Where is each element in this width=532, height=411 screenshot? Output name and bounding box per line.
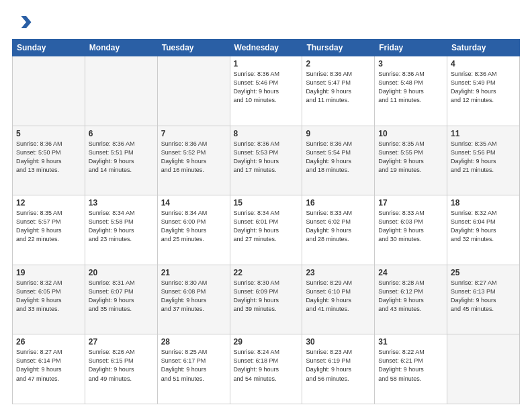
calendar-cell [85,56,157,126]
calendar-cell: 22Sunrise: 8:30 AM Sunset: 6:09 PM Dayli… [230,265,302,334]
day-info: Sunrise: 8:32 AM Sunset: 6:04 PM Dayligh… [451,209,516,244]
calendar-cell: 2Sunrise: 8:36 AM Sunset: 5:47 PM Daylig… [302,56,375,126]
header [12,12,520,32]
calendar-cell: 6Sunrise: 8:36 AM Sunset: 5:51 PM Daylig… [85,126,157,195]
day-info: Sunrise: 8:31 AM Sunset: 6:07 PM Dayligh… [89,279,154,314]
day-number: 4 [451,59,516,68]
calendar-cell: 23Sunrise: 8:29 AM Sunset: 6:10 PM Dayli… [302,265,375,334]
day-number: 7 [161,129,226,138]
calendar-cell: 20Sunrise: 8:31 AM Sunset: 6:07 PM Dayli… [85,265,157,334]
day-info: Sunrise: 8:35 AM Sunset: 5:57 PM Dayligh… [16,209,81,244]
day-number: 10 [378,129,443,138]
logo [12,12,35,32]
day-info: Sunrise: 8:32 AM Sunset: 6:05 PM Dayligh… [16,279,81,314]
day-info: Sunrise: 8:36 AM Sunset: 5:48 PM Dayligh… [378,70,443,105]
calendar-cell: 1Sunrise: 8:36 AM Sunset: 5:46 PM Daylig… [230,56,302,126]
day-number: 5 [16,129,81,138]
day-info: Sunrise: 8:26 AM Sunset: 6:15 PM Dayligh… [89,348,154,383]
day-info: Sunrise: 8:25 AM Sunset: 6:17 PM Dayligh… [161,348,226,383]
day-info: Sunrise: 8:36 AM Sunset: 5:47 PM Dayligh… [306,70,371,105]
day-number: 3 [378,59,443,68]
calendar-cell: 3Sunrise: 8:36 AM Sunset: 5:48 PM Daylig… [375,56,447,126]
day-info: Sunrise: 8:22 AM Sunset: 6:21 PM Dayligh… [378,348,443,383]
svg-marker-0 [21,16,32,28]
calendar-cell: 4Sunrise: 8:36 AM Sunset: 5:49 PM Daylig… [447,56,520,126]
day-info: Sunrise: 8:33 AM Sunset: 6:03 PM Dayligh… [378,209,443,244]
calendar-cell: 14Sunrise: 8:34 AM Sunset: 6:00 PM Dayli… [157,195,230,265]
day-number: 8 [234,129,299,138]
weekday-header: Wednesday [230,40,302,56]
day-number: 18 [451,198,516,208]
day-info: Sunrise: 8:35 AM Sunset: 5:56 PM Dayligh… [451,140,516,175]
day-number: 1 [234,59,299,68]
weekday-header: Tuesday [157,40,230,56]
day-info: Sunrise: 8:34 AM Sunset: 5:58 PM Dayligh… [89,209,154,244]
day-info: Sunrise: 8:27 AM Sunset: 6:14 PM Dayligh… [16,348,81,383]
day-number: 20 [89,268,154,277]
day-info: Sunrise: 8:24 AM Sunset: 6:18 PM Dayligh… [234,348,299,383]
day-number: 12 [16,198,81,208]
calendar-cell: 5Sunrise: 8:36 AM Sunset: 5:50 PM Daylig… [13,126,85,195]
day-number: 6 [89,129,154,138]
day-info: Sunrise: 8:28 AM Sunset: 6:12 PM Dayligh… [378,279,443,314]
day-info: Sunrise: 8:29 AM Sunset: 6:10 PM Dayligh… [306,279,371,314]
page: SundayMondayTuesdayWednesdayThursdayFrid… [0,0,532,411]
calendar-cell: 27Sunrise: 8:26 AM Sunset: 6:15 PM Dayli… [85,334,157,404]
calendar-cell: 13Sunrise: 8:34 AM Sunset: 5:58 PM Dayli… [85,195,157,265]
day-number: 23 [306,268,371,277]
calendar-cell: 18Sunrise: 8:32 AM Sunset: 6:04 PM Dayli… [447,195,520,265]
calendar-cell: 11Sunrise: 8:35 AM Sunset: 5:56 PM Dayli… [447,126,520,195]
day-number: 19 [16,268,81,277]
calendar-cell: 7Sunrise: 8:36 AM Sunset: 5:52 PM Daylig… [157,126,230,195]
calendar-cell: 24Sunrise: 8:28 AM Sunset: 6:12 PM Dayli… [375,265,447,334]
day-info: Sunrise: 8:36 AM Sunset: 5:46 PM Dayligh… [234,70,299,105]
day-info: Sunrise: 8:34 AM Sunset: 6:00 PM Dayligh… [161,209,226,244]
calendar-cell: 30Sunrise: 8:23 AM Sunset: 6:19 PM Dayli… [302,334,375,404]
calendar-cell: 9Sunrise: 8:36 AM Sunset: 5:54 PM Daylig… [302,126,375,195]
calendar-cell: 12Sunrise: 8:35 AM Sunset: 5:57 PM Dayli… [13,195,85,265]
day-info: Sunrise: 8:27 AM Sunset: 6:13 PM Dayligh… [451,279,516,314]
calendar-table: SundayMondayTuesdayWednesdayThursdayFrid… [12,39,520,404]
day-info: Sunrise: 8:35 AM Sunset: 5:55 PM Dayligh… [378,140,443,175]
day-number: 13 [89,198,154,208]
day-info: Sunrise: 8:30 AM Sunset: 6:08 PM Dayligh… [161,279,226,314]
day-number: 15 [234,198,299,208]
calendar-cell: 26Sunrise: 8:27 AM Sunset: 6:14 PM Dayli… [13,334,85,404]
day-number: 22 [234,268,299,277]
day-number: 25 [451,268,516,277]
day-info: Sunrise: 8:34 AM Sunset: 6:01 PM Dayligh… [234,209,299,244]
logo-icon [12,12,32,32]
day-info: Sunrise: 8:30 AM Sunset: 6:09 PM Dayligh… [234,279,299,314]
weekday-header: Friday [375,40,447,56]
day-number: 2 [306,59,371,68]
calendar-cell: 15Sunrise: 8:34 AM Sunset: 6:01 PM Dayli… [230,195,302,265]
day-number: 11 [451,129,516,138]
day-number: 14 [161,198,226,208]
day-number: 21 [161,268,226,277]
calendar-cell: 17Sunrise: 8:33 AM Sunset: 6:03 PM Dayli… [375,195,447,265]
day-info: Sunrise: 8:33 AM Sunset: 6:02 PM Dayligh… [306,209,371,244]
day-number: 28 [161,337,226,347]
day-number: 9 [306,129,371,138]
calendar-cell [447,334,520,404]
calendar-cell: 29Sunrise: 8:24 AM Sunset: 6:18 PM Dayli… [230,334,302,404]
day-number: 27 [89,337,154,347]
calendar-cell: 28Sunrise: 8:25 AM Sunset: 6:17 PM Dayli… [157,334,230,404]
calendar-cell: 31Sunrise: 8:22 AM Sunset: 6:21 PM Dayli… [375,334,447,404]
calendar-cell [13,56,85,126]
day-info: Sunrise: 8:36 AM Sunset: 5:52 PM Dayligh… [161,140,226,175]
day-number: 26 [16,337,81,347]
weekday-header: Monday [85,40,157,56]
day-number: 16 [306,198,371,208]
calendar-cell: 21Sunrise: 8:30 AM Sunset: 6:08 PM Dayli… [157,265,230,334]
day-info: Sunrise: 8:36 AM Sunset: 5:53 PM Dayligh… [234,140,299,175]
weekday-header: Sunday [13,40,85,56]
calendar-cell: 8Sunrise: 8:36 AM Sunset: 5:53 PM Daylig… [230,126,302,195]
day-info: Sunrise: 8:36 AM Sunset: 5:51 PM Dayligh… [89,140,154,175]
day-number: 17 [378,198,443,208]
day-info: Sunrise: 8:36 AM Sunset: 5:49 PM Dayligh… [451,70,516,105]
day-number: 29 [234,337,299,347]
day-number: 30 [306,337,371,347]
day-number: 31 [378,337,443,347]
calendar-cell: 19Sunrise: 8:32 AM Sunset: 6:05 PM Dayli… [13,265,85,334]
